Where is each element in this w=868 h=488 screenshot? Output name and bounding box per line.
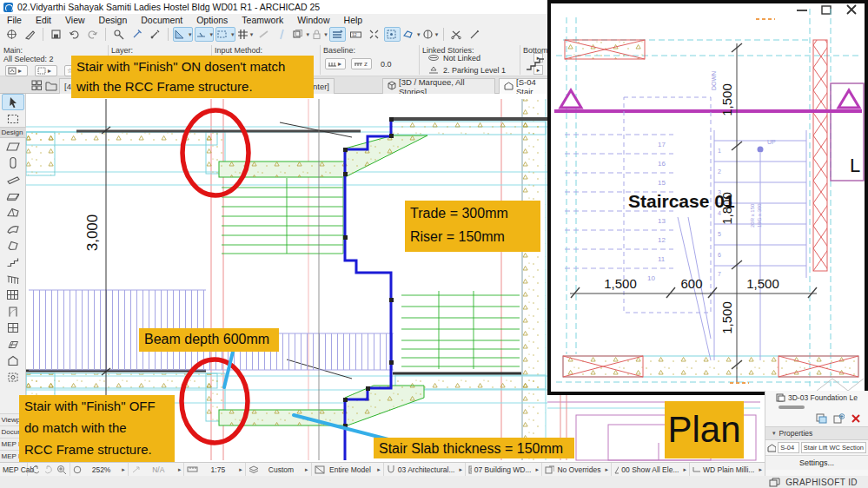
layers-icon (248, 465, 259, 474)
undo-icon[interactable] (66, 27, 83, 42)
inset-window-controls[interactable] (797, 5, 856, 14)
circle-tool-icon[interactable]: ▾ (422, 27, 439, 42)
save-icon[interactable] (48, 27, 64, 42)
menu-options[interactable]: Options (189, 15, 235, 25)
pick-up-parameters-icon[interactable] (110, 27, 127, 42)
menu-file[interactable]: File (0, 15, 29, 25)
orientation-icon (131, 465, 141, 474)
column-strip (522, 99, 546, 460)
settings-button[interactable]: Settings... (765, 455, 868, 470)
back-view-icon[interactable] (30, 465, 41, 474)
marquee-offset-icon[interactable]: ▾ (215, 27, 235, 42)
note-trade-riser: Trade = 300mm Riser = 150mm (405, 201, 540, 252)
zone-tool-icon[interactable] (2, 369, 24, 386)
zoom-control[interactable]: 252%▸ (70, 463, 129, 477)
wall-tool-icon[interactable] (2, 138, 24, 155)
menu-view[interactable]: View (58, 15, 92, 25)
new-view-icon[interactable] (833, 413, 845, 424)
marquee-tool-icon[interactable] (2, 110, 24, 127)
rotate-tool-icon[interactable] (384, 27, 401, 42)
stair-tool-icon[interactable] (2, 254, 24, 270)
lock-icon[interactable]: ▾ (311, 27, 328, 42)
eyedropper-icon[interactable] (147, 27, 163, 42)
fit-view-icon[interactable] (366, 27, 382, 42)
railing-tool-icon[interactable] (2, 270, 24, 287)
copy-view-icon[interactable] (816, 413, 827, 424)
design-group-label[interactable]: Design (0, 127, 26, 138)
annotate-icon[interactable] (22, 27, 38, 42)
tab-3d-marquee[interactable]: [3D / Marquee, All Stories] (382, 78, 495, 94)
guide-line-icon[interactable] (255, 27, 272, 42)
copy-box-icon[interactable]: ▾ (292, 27, 310, 42)
selection-mode-button[interactable]: ▸ (35, 65, 57, 76)
shell-tool-icon[interactable] (2, 221, 24, 237)
pop-up-navigator-icon[interactable] (45, 80, 57, 91)
object-tool-icon[interactable] (2, 353, 24, 369)
orientation-control[interactable]: N/A▸ (129, 463, 185, 477)
linked-stories-top[interactable]: Not Linked (443, 54, 480, 63)
graphisoft-id-icon[interactable] (769, 478, 780, 487)
maximize-icon (822, 6, 831, 14)
menu-edit[interactable]: Edit (29, 15, 58, 25)
arrow-tool-icon[interactable] (2, 94, 24, 110)
viewpoint-row[interactable]: 3D-03 Foundation Le (765, 391, 868, 404)
menu-design[interactable]: Design (92, 15, 135, 25)
column-tool-icon[interactable] (2, 155, 24, 171)
linked-stories-bottom[interactable]: 2. Parking Level 1 (443, 66, 506, 75)
delete-icon[interactable] (851, 413, 861, 424)
quick-options-icon[interactable] (31, 80, 43, 91)
dimension-style-control[interactable]: WD Plain Milli...▸ (690, 463, 765, 477)
menu-window[interactable]: Window (290, 15, 336, 25)
model-filter-control[interactable]: Entire Model▸ (312, 463, 384, 477)
layer-section-label: Layer: (111, 46, 133, 55)
properties-header[interactable]: ▾ Properties (765, 426, 868, 440)
svg-text:1: 1 (718, 148, 721, 154)
layer-combination-control[interactable]: Custom▸ (246, 463, 312, 477)
graphisoft-id[interactable]: GRAPHISOFT ID (785, 478, 858, 487)
grid-snap-icon[interactable]: ▾ (237, 27, 254, 42)
baseline-position-button[interactable]: ▸ (325, 58, 346, 69)
window-tool-icon[interactable] (2, 320, 24, 336)
guide-segment-icon[interactable] (274, 27, 290, 42)
inject-parameters-icon[interactable] (129, 27, 145, 42)
curtain-wall-tool-icon[interactable] (2, 287, 24, 303)
door-tool-icon[interactable] (2, 303, 24, 320)
group-mep-cable[interactable]: MEP Cab (0, 463, 28, 477)
menu-help[interactable]: Help (337, 15, 370, 25)
renovation-filter-control[interactable]: 00 Show All Ele...▸ (612, 463, 690, 477)
forward-view-icon[interactable] (43, 465, 54, 474)
dimension-tool-icon[interactable]: 12 (348, 27, 364, 42)
scale-control[interactable]: 1:75▸ (184, 463, 245, 477)
zoom-in-icon[interactable] (56, 465, 67, 474)
select-arrow-icon[interactable]: ▾ (173, 27, 193, 42)
offset-tool-icon[interactable]: ▾ (195, 27, 215, 42)
svg-text:15: 15 (658, 179, 666, 187)
skylight-tool-icon[interactable] (2, 336, 24, 353)
stories-icon[interactable] (329, 27, 346, 42)
pen-set-control[interactable]: 03 Architectural...▸ (384, 463, 466, 477)
scissors-icon[interactable] (448, 27, 465, 42)
boolean-tool-icon[interactable]: ▾ (402, 27, 421, 42)
magic-wand-icon[interactable] (467, 27, 483, 42)
layout-book-control[interactable]: 07 Building WD...▸ (466, 463, 542, 477)
section-name-field[interactable]: Stair Lift WC Section (801, 442, 866, 453)
panel-drag-handle[interactable] (779, 406, 805, 409)
baseline-offset-value[interactable]: 0.0 (381, 60, 392, 69)
roof-tool-icon[interactable] (2, 204, 24, 221)
plan-inset-window[interactable]: 17 16 15 13 12 11 10 1 2 (547, 0, 868, 395)
layout-icon (468, 465, 472, 474)
morph-tool-icon[interactable] (2, 237, 24, 254)
dimension-style-icon (692, 465, 700, 473)
zoom-extents-icon[interactable] (3, 27, 20, 42)
menu-teamwork[interactable]: Teamwork (235, 15, 290, 25)
settings-dialog-button[interactable]: ▸ (5, 65, 28, 76)
menu-document[interactable]: Document (134, 15, 189, 25)
section-id-field[interactable]: S-04 (778, 442, 799, 453)
stair-flight-guides-upper (222, 178, 343, 254)
baseline-offset-button[interactable]: z (351, 58, 372, 69)
overrides-control[interactable]: No Overrides▸ (542, 463, 612, 477)
beam-tool-icon[interactable] (2, 171, 24, 188)
redo-icon[interactable] (84, 27, 101, 42)
slab-tool-icon[interactable] (2, 188, 24, 204)
story-level-icon (428, 66, 439, 74)
